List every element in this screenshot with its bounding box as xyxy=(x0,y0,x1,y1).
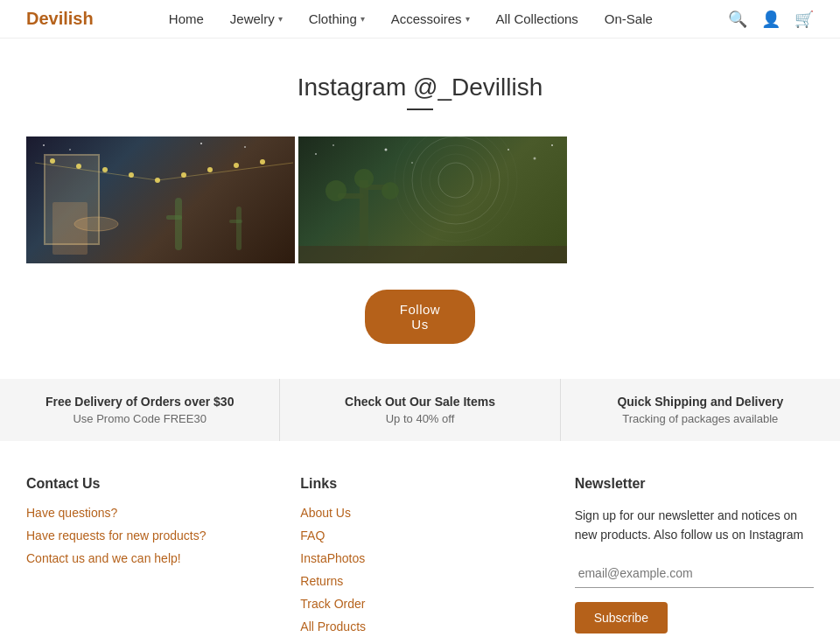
svg-point-29 xyxy=(326,180,346,201)
promo-shipping-main: Quick Shipping and Delivery xyxy=(578,395,822,409)
svg-point-11 xyxy=(43,144,45,146)
svg-point-34 xyxy=(332,144,334,146)
promo-item-shipping: Quick Shipping and Delivery Tracking of … xyxy=(561,379,840,441)
footer-grid: Contact Us Have questions? Have requests… xyxy=(26,476,814,642)
search-icon[interactable]: 🔍 xyxy=(728,10,747,29)
svg-line-1 xyxy=(158,163,293,180)
promo-delivery-sub: Use Promo Code FREE30 xyxy=(18,412,262,425)
footer-contact-title: Contact Us xyxy=(26,476,265,492)
nav-item-on-sale[interactable]: On-Sale xyxy=(605,11,653,26)
nav-item-clothing[interactable]: Clothing ▾ xyxy=(309,11,365,26)
nav-item-all-collections[interactable]: All Collections xyxy=(496,11,578,26)
nav-label-home: Home xyxy=(169,11,204,26)
main-nav: Home Jewelry ▾ Clothing ▾ Accessoires ▾ … xyxy=(169,11,653,26)
promo-sale-sub: Up to 40% off xyxy=(298,412,542,425)
svg-point-9 xyxy=(234,163,239,168)
main-content: Instagram @_Devillish xyxy=(0,38,840,441)
footer-links-col: Links About Us FAQ InstaPhotos Returns T… xyxy=(300,476,539,642)
footer-contact-link-3[interactable]: Contact us and we can help! xyxy=(26,551,265,565)
promo-delivery-main: Free Delivery of Orders over $30 xyxy=(18,395,262,409)
svg-point-39 xyxy=(551,144,553,146)
svg-point-20 xyxy=(412,136,500,224)
svg-rect-17 xyxy=(166,215,182,220)
promo-sale-main: Check Out Our Sale Items xyxy=(298,395,542,409)
email-input[interactable] xyxy=(575,559,814,588)
promo-shipping-sub: Tracking of packages available xyxy=(578,412,822,425)
svg-point-3 xyxy=(76,164,81,169)
footer-link-faq[interactable]: FAQ xyxy=(300,528,539,542)
instagram-photos xyxy=(26,136,814,263)
svg-point-37 xyxy=(508,149,509,150)
footer-contact-link-2[interactable]: Have requests for new products? xyxy=(26,528,265,542)
footer-link-all-products[interactable]: All Products xyxy=(300,620,539,634)
footer-newsletter-col: Newsletter Sign up for our newsletter an… xyxy=(575,476,814,642)
svg-point-21 xyxy=(421,145,491,215)
svg-point-24 xyxy=(403,136,508,233)
svg-point-33 xyxy=(315,153,317,155)
svg-point-35 xyxy=(385,149,388,151)
nav-item-jewelry[interactable]: Jewelry ▾ xyxy=(230,11,283,26)
nav-label-jewelry: Jewelry xyxy=(230,11,275,26)
svg-point-12 xyxy=(69,149,71,150)
svg-rect-19 xyxy=(229,220,242,223)
brand-logo[interactable]: Devilish xyxy=(26,9,94,29)
title-divider xyxy=(407,108,433,110)
promo-item-sale: Check Out Our Sale Items Up to 40% off xyxy=(280,379,560,441)
follow-btn-label: Follow Us xyxy=(400,302,440,332)
newsletter-description: Sign up for our newsletter and notices o… xyxy=(575,506,814,545)
nav-item-accessoires[interactable]: Accessoires ▾ xyxy=(391,11,470,26)
svg-point-31 xyxy=(354,169,374,188)
svg-point-8 xyxy=(207,167,213,172)
chevron-down-icon: ▾ xyxy=(466,14,470,24)
svg-point-4 xyxy=(102,167,108,172)
instagram-section: Instagram @_Devillish xyxy=(0,74,840,379)
svg-point-22 xyxy=(430,154,482,206)
instagram-photo-1 xyxy=(26,136,295,263)
nav-label-on-sale: On-Sale xyxy=(605,11,653,26)
site-header: Devilish Home Jewelry ▾ Clothing ▾ Acces… xyxy=(0,0,840,38)
instagram-title: Instagram @_Devillish xyxy=(26,74,814,102)
footer-link-returns[interactable]: Returns xyxy=(300,574,539,588)
svg-point-13 xyxy=(200,143,202,144)
site-footer: Contact Us Have questions? Have requests… xyxy=(0,441,840,644)
chevron-down-icon: ▾ xyxy=(360,14,365,24)
footer-contact-col: Contact Us Have questions? Have requests… xyxy=(26,476,265,642)
promo-bar: Free Delivery of Orders over $30 Use Pro… xyxy=(0,379,840,441)
svg-point-10 xyxy=(260,159,265,164)
svg-point-38 xyxy=(534,158,536,160)
svg-point-6 xyxy=(155,178,160,183)
nav-label-accessoires: Accessoires xyxy=(391,11,462,26)
svg-point-15 xyxy=(74,217,118,231)
footer-contact-link-1[interactable]: Have questions? xyxy=(26,506,265,520)
follow-us-button[interactable]: Follow Us xyxy=(365,290,475,344)
footer-link-track-order[interactable]: Track Order xyxy=(300,597,539,611)
footer-newsletter-title: Newsletter xyxy=(575,476,814,492)
chevron-down-icon: ▾ xyxy=(278,14,283,24)
cart-icon[interactable]: 🛒 xyxy=(794,10,814,29)
nav-label-clothing: Clothing xyxy=(309,11,357,26)
instagram-photo-2 xyxy=(298,136,567,263)
svg-line-0 xyxy=(35,163,158,180)
nav-label-all-collections: All Collections xyxy=(496,11,578,26)
svg-point-5 xyxy=(129,172,134,178)
svg-rect-16 xyxy=(175,198,182,250)
svg-rect-32 xyxy=(298,246,567,263)
nav-item-home[interactable]: Home xyxy=(169,11,204,26)
svg-point-2 xyxy=(50,158,55,164)
footer-links-title: Links xyxy=(300,476,539,492)
svg-point-7 xyxy=(181,172,186,178)
svg-point-14 xyxy=(244,146,246,148)
account-icon[interactable]: 👤 xyxy=(761,10,780,29)
svg-rect-18 xyxy=(236,206,242,250)
header-icons: 🔍 👤 🛒 xyxy=(728,10,814,29)
footer-link-instaphotos[interactable]: InstaPhotos xyxy=(300,551,539,565)
svg-point-30 xyxy=(382,182,399,200)
promo-item-delivery: Free Delivery of Orders over $30 Use Pro… xyxy=(0,379,280,441)
subscribe-button[interactable]: Subscribe xyxy=(575,602,668,634)
svg-point-36 xyxy=(411,162,413,164)
footer-link-about[interactable]: About Us xyxy=(300,506,539,520)
svg-rect-26 xyxy=(360,180,368,250)
svg-point-23 xyxy=(438,163,473,198)
